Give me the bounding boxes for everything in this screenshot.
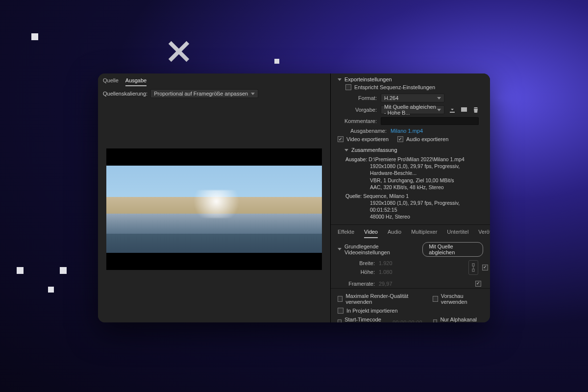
export-dialog: Quelle Ausgabe Quellenskalierung: Propor…: [98, 74, 490, 322]
subtab-audio[interactable]: Audio: [388, 229, 401, 238]
preview-area: [98, 101, 330, 322]
export-audio-label: Audio exportieren: [406, 136, 448, 142]
max-render-quality-label: Maximale Render-Qualität verwenden: [345, 293, 422, 305]
format-label: Format:: [338, 95, 377, 101]
summary-output-line: AAC, 320 KBit/s, 48 kHz, Stereo: [345, 184, 483, 191]
summary-source-line: 1920x1080 (1,0), 29,97 fps, Progressiv, …: [345, 199, 483, 213]
output-name-label: Ausgabename:: [338, 128, 387, 134]
bottom-options: Maximale Render-Qualität verwenden Vorsc…: [331, 288, 490, 322]
source-scaling-value: Proportional auf Framegröße anpassen: [154, 91, 248, 97]
preset-value: Mit Quelle abgleichen - Hohe B...: [384, 104, 437, 116]
preview-frame: [106, 148, 322, 270]
height-value[interactable]: 1.080: [379, 269, 403, 275]
tab-output[interactable]: Ausgabe: [125, 76, 147, 86]
chevron-down-icon: [251, 93, 255, 95]
match-sequence-row: Entspricht Sequenz-Einstellungen: [331, 83, 490, 92]
start-timecode-value: 00:00:00:00: [392, 319, 422, 322]
summary-header[interactable]: Zusammenfassung: [331, 144, 490, 154]
source-scaling-row: Quellenskalierung: Proportional auf Fram…: [98, 86, 330, 101]
preset-label: Vorgabe:: [338, 107, 377, 113]
link-dimensions-icon[interactable]: [468, 260, 478, 275]
export-video-checkbox[interactable]: [338, 136, 343, 142]
export-video-label: Video exportieren: [346, 136, 389, 142]
summary-source-label: Quelle:: [345, 193, 362, 199]
twisty-icon: [338, 248, 342, 250]
summary-title: Zusammenfassung: [351, 147, 397, 153]
twisty-icon: [338, 78, 342, 81]
match-sequence-checkbox[interactable]: [345, 84, 351, 90]
subtab-captions[interactable]: Untertitel: [447, 229, 468, 238]
import-into-project-checkbox[interactable]: [338, 308, 343, 314]
subtab-publish[interactable]: Veröffentlichen: [478, 229, 490, 238]
width-value[interactable]: 1.920: [379, 260, 403, 266]
import-into-project-label: In Projekt importieren: [346, 308, 398, 314]
output-name-link[interactable]: Milano 1.mp4: [391, 128, 423, 134]
subtab-effects[interactable]: Effekte: [338, 229, 354, 238]
use-preview-label: Vorschau verwenden: [441, 293, 483, 305]
comments-label: Kommentare:: [338, 118, 377, 124]
summary-output-line: VBR, 1 Durchgang, Ziel 10,00 MBit/s: [345, 177, 483, 184]
summary-output-label: Ausgabe:: [345, 156, 367, 162]
delete-preset-icon[interactable]: [472, 106, 480, 114]
source-scaling-label: Quellenskalierung:: [103, 91, 147, 97]
height-label: Höhe:: [345, 269, 375, 275]
summary-block: Ausgabe: D:\Premiere Pro\Milan 2022\Mila…: [331, 154, 490, 224]
summary-output-line: 1920x1080 (1,0), 29,97 fps, Progressiv, …: [345, 163, 483, 176]
set-start-timecode-checkbox[interactable]: [338, 319, 342, 322]
format-value: H.264: [384, 95, 398, 101]
alpha-only-label: Nur Alphakanal wiedergeben: [440, 317, 483, 322]
bg-speck: [31, 33, 38, 40]
match-sequence-label: Entspricht Sequenz-Einstellungen: [354, 84, 435, 90]
settings-pane: Exporteinstellungen Entspricht Sequenz-E…: [331, 74, 490, 322]
preset-dropdown[interactable]: Mit Quelle abgleichen - Hohe B...: [381, 105, 444, 114]
format-dropdown[interactable]: H.264: [381, 94, 444, 102]
bg-speck: [60, 267, 67, 274]
bg-speck: [274, 59, 279, 64]
bg-speck: [17, 267, 24, 274]
dimensions-match-checkbox[interactable]: [482, 265, 488, 270]
set-start-timecode-label: Start-Timecode festlegen: [344, 317, 382, 322]
preview-tabs: Quelle Ausgabe: [98, 74, 330, 86]
alpha-only-checkbox[interactable]: [433, 319, 437, 322]
close-x-decoration: [167, 39, 191, 64]
tab-source[interactable]: Quelle: [103, 76, 119, 86]
chevron-down-icon: [437, 109, 441, 111]
subtab-video[interactable]: Video: [364, 229, 378, 238]
basic-video-settings-title: Grundlegende Videoeinstellungen: [344, 244, 419, 255]
comments-input[interactable]: [381, 117, 479, 125]
export-settings-title: Exporteinstellungen: [344, 76, 392, 82]
summary-output-path: D:\Premiere Pro\Milan 2022\Milano 1.mp4: [368, 156, 465, 162]
save-preset-icon[interactable]: [448, 106, 456, 114]
export-settings-header[interactable]: Exporteinstellungen: [331, 74, 490, 83]
framerate-match-checkbox[interactable]: [475, 281, 481, 287]
match-source-button[interactable]: Mit Quelle abgleichen: [422, 242, 483, 257]
max-render-quality-checkbox[interactable]: [338, 296, 343, 302]
source-scaling-dropdown[interactable]: Proportional auf Framegröße anpassen: [150, 89, 258, 98]
width-label: Breite:: [345, 260, 375, 266]
twisty-icon: [344, 149, 348, 151]
summary-source-line: 48000 Hz, Stereo: [345, 213, 483, 220]
export-audio-checkbox[interactable]: [397, 136, 403, 142]
subtab-multiplexer[interactable]: Multiplexer: [411, 229, 437, 238]
preview-pane: Quelle Ausgabe Quellenskalierung: Propor…: [98, 74, 331, 322]
bg-speck: [48, 287, 54, 293]
framerate-label: Framerate:: [345, 281, 375, 287]
preview-image: [106, 166, 322, 253]
summary-source-name: Sequence, Milano 1: [363, 193, 409, 199]
framerate-value[interactable]: 29,97: [379, 281, 403, 287]
use-preview-checkbox[interactable]: [433, 296, 438, 302]
import-preset-icon[interactable]: [460, 106, 468, 114]
settings-sub-tabs: Effekte Video Audio Multiplexer Untertit…: [331, 224, 490, 238]
chevron-down-icon: [437, 97, 441, 99]
